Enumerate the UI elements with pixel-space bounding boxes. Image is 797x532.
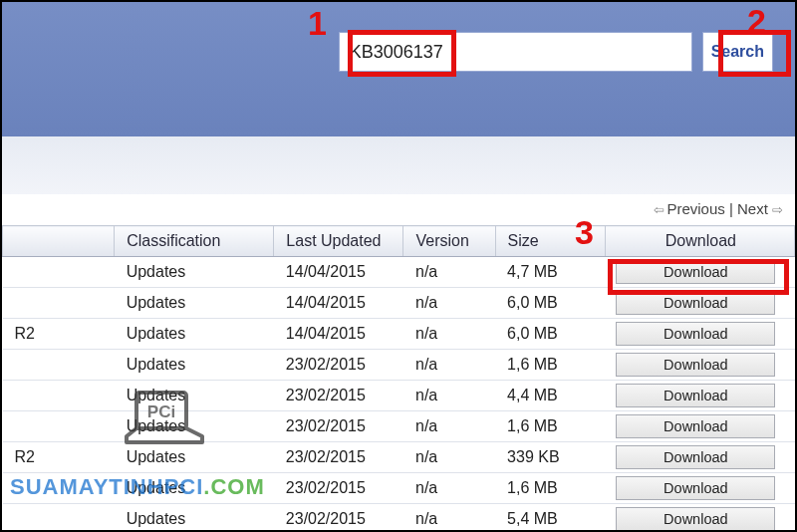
annotation-number-2: 2 <box>747 2 766 41</box>
cell-first <box>3 381 115 411</box>
cell-last-updated: 23/02/2015 <box>274 473 403 504</box>
download-button[interactable]: Download <box>616 322 775 346</box>
download-button[interactable]: Download <box>616 445 775 469</box>
download-button[interactable]: Download <box>616 384 775 407</box>
cell-version: n/a <box>403 504 495 533</box>
cell-classification: Updates <box>115 442 274 473</box>
cell-download: Download <box>605 473 794 504</box>
cell-version: n/a <box>403 442 495 473</box>
cell-version: n/a <box>403 319 495 350</box>
cell-size: 4,4 MB <box>495 381 605 411</box>
table-row: Updates23/02/2015n/a1,6 MBDownload <box>3 350 795 381</box>
table-row: Updates23/02/2015n/a1,6 MBDownload <box>3 473 795 504</box>
cell-first <box>3 411 115 442</box>
download-button[interactable]: Download <box>616 291 775 315</box>
cell-download: Download <box>605 350 794 381</box>
cell-classification: Updates <box>115 319 274 350</box>
cell-first <box>3 257 115 288</box>
next-arrow-icon[interactable]: ⇨ <box>772 202 781 217</box>
col-first[interactable] <box>3 226 115 257</box>
cell-download: Download <box>605 288 794 319</box>
download-button[interactable]: Download <box>616 353 775 377</box>
cell-download: Download <box>605 411 794 442</box>
cell-download: Download <box>605 504 794 533</box>
table-row: Updates14/04/2015n/a4,7 MBDownload <box>3 257 795 288</box>
cell-last-updated: 23/02/2015 <box>274 350 403 381</box>
cell-classification: Updates <box>115 381 274 411</box>
cell-last-updated: 14/04/2015 <box>274 319 403 350</box>
col-classification[interactable]: Classification <box>115 226 274 257</box>
table-row: Updates23/02/2015n/a4,4 MBDownload <box>3 381 795 411</box>
cell-size: 339 KB <box>495 442 605 473</box>
cell-size: 1,6 MB <box>495 350 605 381</box>
pager: ⇦ Previous | Next ⇨ <box>2 194 795 225</box>
col-download: Download <box>605 226 794 257</box>
cell-first <box>3 350 115 381</box>
cell-size: 6,0 MB <box>495 288 605 319</box>
table-row: Updates14/04/2015n/a6,0 MBDownload <box>3 288 795 319</box>
download-button[interactable]: Download <box>616 476 775 500</box>
cell-last-updated: 23/02/2015 <box>274 504 403 533</box>
cell-download: Download <box>605 319 794 350</box>
cell-first: R2 <box>3 319 115 350</box>
cell-classification: Updates <box>115 411 274 442</box>
results-table: Classification Last Updated Version Size… <box>2 225 795 532</box>
cell-size: 5,4 MB <box>495 504 605 533</box>
annotation-number-1: 1 <box>308 4 327 43</box>
cell-download: Download <box>605 381 794 411</box>
cell-last-updated: 14/04/2015 <box>274 288 403 319</box>
pager-next[interactable]: Next <box>737 200 768 217</box>
cell-download: Download <box>605 257 794 288</box>
cell-last-updated: 14/04/2015 <box>274 257 403 288</box>
search-header: Search <box>2 2 795 136</box>
col-last-updated[interactable]: Last Updated <box>274 226 403 257</box>
cell-download: Download <box>605 442 794 473</box>
header-spacer <box>2 136 795 194</box>
download-button[interactable]: Download <box>616 507 775 531</box>
cell-first <box>3 504 115 533</box>
cell-size: 4,7 MB <box>495 257 605 288</box>
table-row: R2Updates23/02/2015n/a339 KBDownload <box>3 442 795 473</box>
cell-first <box>3 288 115 319</box>
cell-size: 6,0 MB <box>495 319 605 350</box>
pager-sep: | <box>725 200 737 217</box>
table-row: Updates23/02/2015n/a5,4 MBDownload <box>3 504 795 533</box>
header-row: Classification Last Updated Version Size… <box>3 226 795 257</box>
col-version[interactable]: Version <box>403 226 495 257</box>
cell-version: n/a <box>403 288 495 319</box>
cell-version: n/a <box>403 257 495 288</box>
download-button[interactable]: Download <box>616 260 775 284</box>
cell-version: n/a <box>403 473 495 504</box>
cell-version: n/a <box>403 381 495 411</box>
cell-last-updated: 23/02/2015 <box>274 411 403 442</box>
cell-version: n/a <box>403 411 495 442</box>
annotation-number-3: 3 <box>575 213 594 252</box>
cell-classification: Updates <box>115 504 274 533</box>
cell-last-updated: 23/02/2015 <box>274 442 403 473</box>
search-input[interactable] <box>339 32 692 72</box>
cell-last-updated: 23/02/2015 <box>274 381 403 411</box>
cell-version: n/a <box>403 350 495 381</box>
table-row: Updates23/02/2015n/a1,6 MBDownload <box>3 411 795 442</box>
cell-classification: Updates <box>115 288 274 319</box>
cell-size: 1,6 MB <box>495 473 605 504</box>
cell-classification: Updates <box>115 473 274 504</box>
cell-first: R2 <box>3 442 115 473</box>
prev-arrow-icon[interactable]: ⇦ <box>654 202 663 217</box>
download-button[interactable]: Download <box>616 414 775 438</box>
table-row: R2Updates14/04/2015n/a6,0 MBDownload <box>3 319 795 350</box>
cell-classification: Updates <box>115 257 274 288</box>
cell-first <box>3 473 115 504</box>
cell-size: 1,6 MB <box>495 411 605 442</box>
cell-classification: Updates <box>115 350 274 381</box>
pager-prev[interactable]: Previous <box>666 200 724 217</box>
